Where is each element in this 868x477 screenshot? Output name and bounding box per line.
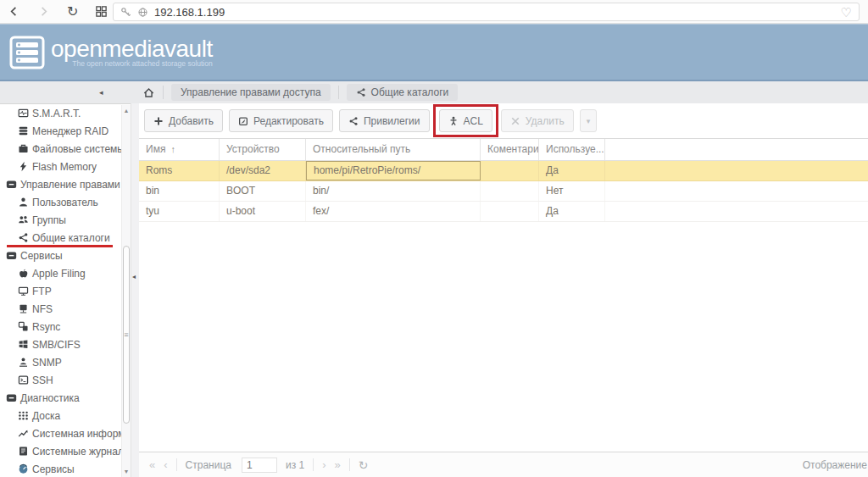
sidebar: S.M.A.R.T.Менеджер RAIDФайловые системыF… (0, 103, 131, 477)
table-cell[interactable]: home/pi/RetroPie/roms/ (306, 161, 481, 180)
table-cell[interactable] (481, 181, 539, 201)
breadcrumb-tab-access-rights[interactable]: Управление правами доступа (171, 84, 331, 101)
sidebar-item[interactable]: Системные журналы (0, 443, 121, 461)
table-cell[interactable]: BOOT (220, 181, 306, 201)
sidebar-item[interactable]: S.M.A.R.T. (0, 105, 121, 123)
column-header[interactable]: Имя↑ (139, 139, 220, 160)
refresh-icon[interactable]: ↻ (359, 458, 369, 472)
table-cell[interactable]: Да (539, 161, 605, 180)
sidebar-group[interactable]: Сервисы (0, 247, 121, 265)
url-text[interactable]: 192.168.1.199 (154, 6, 841, 19)
sidebar-item[interactable]: Сервисы (0, 461, 121, 477)
users-icon (18, 212, 32, 230)
back-icon[interactable] (8, 5, 20, 18)
separator (176, 458, 177, 471)
privileges-button[interactable]: Привилегии (339, 109, 430, 132)
main-panel: Добавить Редактировать Привилегии ACL Уд… (139, 103, 868, 477)
table-cell[interactable]: u-boot (220, 202, 306, 221)
acl-button[interactable]: ACL (439, 109, 492, 132)
delete-menu-button[interactable]: ▾ (580, 109, 598, 132)
sidebar-scrollbar[interactable]: ▲ ≡ ▼ (121, 105, 131, 477)
page-label: Страница (186, 459, 231, 471)
table-cell[interactable]: bin/ (306, 181, 481, 201)
delete-x-icon (510, 116, 520, 126)
column-header[interactable]: Устройство (220, 139, 306, 160)
address-bar[interactable]: 192.168.1.199 ♡ (113, 3, 860, 21)
scrollbar-thumb[interactable]: ≡ (123, 246, 130, 424)
table-cell[interactable]: Roms (139, 161, 220, 180)
plus-icon (153, 116, 164, 126)
share-icon (356, 87, 366, 97)
column-header[interactable]: Коментарий (481, 139, 539, 160)
table-cell[interactable]: fex/ (306, 202, 481, 221)
next-page-icon[interactable]: › (322, 458, 326, 471)
sidebar-group[interactable]: Управление правами дс (0, 176, 121, 194)
sidebar-item[interactable]: Доска (0, 408, 121, 425)
pagination-bar: « ‹ Страница из 1 › » ↻ Отображение (139, 452, 868, 477)
sidebar-item[interactable]: Файловые системы (0, 141, 121, 158)
sidebar-item[interactable]: SMB/CIFS (0, 336, 121, 354)
table-row[interactable]: Roms/dev/sda2home/pi/RetroPie/roms/Да (139, 161, 868, 181)
table-cell[interactable]: /dev/sda2 (220, 161, 306, 180)
apple-icon (18, 265, 32, 283)
sidebar-item[interactable]: Системная информа (0, 425, 121, 443)
table-cell[interactable]: Да (539, 202, 605, 221)
table-row[interactable]: binBOOTbin/Нет (139, 181, 868, 202)
table-row[interactable]: tyuu-bootfex/Да (139, 202, 868, 222)
sidebar-item[interactable]: Общие каталоги (0, 230, 121, 247)
sidebar-item[interactable]: Rsync (0, 319, 121, 336)
breadcrumb-tab-shared-folders[interactable]: Общие каталоги (347, 84, 459, 101)
raid-icon (18, 123, 32, 141)
tiles-icon[interactable] (95, 5, 108, 18)
button-label: Привилегии (364, 115, 420, 127)
brand-tagline: The open network attached storage soluti… (51, 59, 213, 68)
omv-logo-icon (9, 36, 45, 69)
sidebar-item[interactable]: NFS (0, 301, 121, 319)
sidebar-item[interactable]: Flash Memory (0, 158, 121, 176)
last-page-icon[interactable]: » (335, 458, 341, 471)
sidebar-item[interactable]: Менеджер RAID (0, 123, 121, 141)
table-cell[interactable]: tyu (139, 202, 220, 221)
sidebar-item[interactable]: Apple Filing (0, 265, 121, 283)
scroll-down-icon[interactable]: ▼ (122, 469, 131, 474)
app-header: openmediavault The open network attached… (0, 24, 868, 81)
key-icon (120, 7, 131, 18)
sidebar-item-label: Менеджер RAID (32, 125, 108, 137)
sidebar-item[interactable]: SNMP (0, 354, 121, 372)
splitter-collapse-icon[interactable]: ◂ (132, 273, 136, 280)
sidebar-item-label: Диагностика (20, 392, 80, 404)
sidebar-item-label: Системные журналы (32, 446, 121, 458)
column-header[interactable]: Относительный путь (306, 139, 481, 160)
sidebar-item-label: SSH (32, 374, 53, 386)
sidebar-group[interactable]: Диагностика (0, 390, 121, 408)
screen: ↻ 192.168.1.199 ♡ openmediavault The ope… (0, 0, 868, 477)
panel-splitter[interactable]: ◂ (131, 103, 139, 477)
table-cell[interactable]: Нет (539, 181, 605, 201)
delete-button[interactable]: Удалить (501, 109, 574, 132)
prev-page-icon[interactable]: ‹ (164, 458, 167, 471)
ftp-icon (18, 283, 32, 301)
table-cell[interactable] (481, 202, 539, 221)
add-button[interactable]: Добавить (144, 109, 223, 132)
edit-button[interactable]: Редактировать (229, 109, 333, 132)
collapse-icon (6, 247, 20, 265)
refresh-icon[interactable]: ↻ (67, 5, 78, 19)
sidebar-item-label: Apple Filing (32, 268, 86, 280)
home-icon[interactable] (142, 86, 155, 99)
breadcrumb-tab-label: Общие каталоги (371, 86, 449, 98)
sidebar-collapse-icon[interactable]: ◂ (99, 88, 103, 97)
sidebar-item[interactable]: Пользователь (0, 194, 121, 212)
page-number-input[interactable] (242, 458, 277, 473)
heart-icon[interactable]: ♡ (841, 6, 852, 19)
table-cell[interactable]: bin (139, 181, 220, 201)
sidebar-item[interactable]: Группы (0, 212, 121, 230)
forward-icon[interactable] (37, 5, 50, 18)
first-page-icon[interactable]: « (149, 458, 155, 471)
table-cell[interactable] (481, 161, 539, 180)
sidebar-item[interactable]: SSH (0, 372, 121, 390)
column-header[interactable]: Используе... (539, 139, 605, 160)
smb-icon (18, 336, 32, 354)
sidebar-item[interactable]: FTP (0, 283, 121, 301)
nfs-icon (18, 301, 32, 319)
scroll-up-icon[interactable]: ▲ (122, 108, 131, 114)
